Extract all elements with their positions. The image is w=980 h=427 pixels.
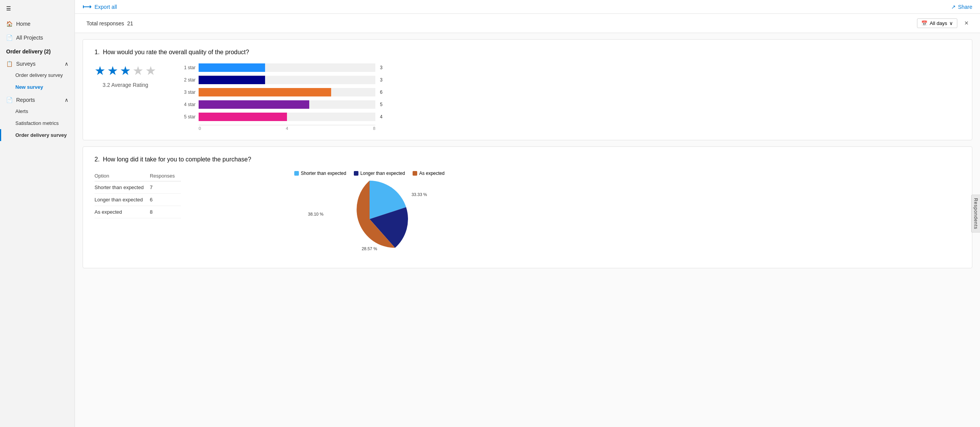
sidebar-reports-section[interactable]: 📄 Reports ∧ xyxy=(0,95,75,105)
bar-row-5star: 5 star 4 xyxy=(179,113,395,121)
home-icon: 🏠 xyxy=(6,21,12,27)
sidebar-item-new-survey[interactable]: New survey xyxy=(0,81,75,93)
share-label: Share xyxy=(958,4,972,10)
table-row-asexpected: As expected 8 xyxy=(95,206,181,218)
q2-options-table: Option Responses Shorter than expected 7… xyxy=(95,171,202,218)
question-2-card: 2. How long did it take for you to compl… xyxy=(83,146,972,268)
star-3: ★ xyxy=(120,63,131,78)
export-icon: ⟼ xyxy=(83,3,91,10)
calendar-icon: 📅 xyxy=(921,20,927,26)
option-asexpected: As expected xyxy=(95,206,150,218)
bar-row-1star: 1 star 3 xyxy=(179,63,395,72)
surveys-label: Surveys xyxy=(16,61,36,67)
reports-icon: 📄 xyxy=(6,97,12,103)
legend-dot-longer xyxy=(354,171,358,176)
sidebar-section-order-delivery: Order delivery (2) xyxy=(0,45,75,58)
star-5: ★ xyxy=(145,63,156,78)
sidebar-item-alerts[interactable]: Alerts xyxy=(0,105,75,117)
question-1-content: ★ ★ ★ ★ ★ 3.2 Average Rating 1 star xyxy=(95,63,960,131)
total-responses: Total responses 21 xyxy=(86,20,133,27)
pie-chart-q2: Shorter than expected Longer than expect… xyxy=(294,171,444,259)
bar-fill-1star xyxy=(199,63,265,72)
legend-dot-asexpected xyxy=(413,171,417,176)
star-rating: ★ ★ ★ ★ ★ xyxy=(95,63,156,78)
sidebar-surveys-section[interactable]: 📋 Surveys ∧ xyxy=(0,58,75,69)
percent-label-longer: 28.57 % xyxy=(361,246,377,251)
percent-label-shorter: 33.33 % xyxy=(411,192,427,197)
sidebar-item-report-order-delivery[interactable]: Order delivery survey xyxy=(0,129,75,141)
question-1-title: 1. How would you rate the overall qualit… xyxy=(95,49,960,56)
legend-longer: Longer than expected xyxy=(354,171,405,176)
sidebar-projects-label: All Projects xyxy=(16,35,43,41)
sidebar-item-satisfaction-metrics[interactable]: Satisfaction metrics xyxy=(0,117,75,129)
bar-fill-4star xyxy=(199,100,309,109)
bar-fill-3star xyxy=(199,88,331,96)
rating-display: ★ ★ ★ ★ ★ 3.2 Average Rating xyxy=(95,63,156,88)
surveys-icon: 📋 xyxy=(6,61,12,67)
sidebar-home-label: Home xyxy=(16,21,30,27)
share-icon: ↗ xyxy=(951,4,956,10)
dropdown-icon: ∨ xyxy=(949,20,953,26)
main-content: ⟼ Export all ↗ Share Total responses 21 … xyxy=(75,0,980,427)
col-header-option: Option xyxy=(95,171,150,181)
bar-fill-2star xyxy=(199,76,265,84)
days-filter[interactable]: 📅 All days ∨ xyxy=(917,18,958,28)
star-4: ★ xyxy=(133,63,144,78)
reports-expand-icon: ∧ xyxy=(65,97,68,103)
table-row-shorter: Shorter than expected 7 xyxy=(95,181,181,194)
content-header: Total responses 21 📅 All days ∨ × xyxy=(75,14,980,33)
bar-fill-5star xyxy=(199,113,287,121)
toolbar: ⟼ Export all ↗ Share xyxy=(75,0,980,14)
respondents-tab[interactable]: Respondents xyxy=(971,194,980,233)
legend-shorter: Shorter than expected xyxy=(294,171,346,176)
responses-asexpected: 8 xyxy=(150,206,181,218)
hamburger-menu[interactable]: ☰ xyxy=(0,0,75,17)
table-row-longer: Longer than expected 6 xyxy=(95,194,181,206)
sidebar-item-all-projects[interactable]: 📄 All Projects xyxy=(0,31,75,45)
bar-row-2star: 2 star 3 xyxy=(179,76,395,84)
option-longer: Longer than expected xyxy=(95,194,150,206)
col-header-responses: Responses xyxy=(150,171,181,181)
reports-label: Reports xyxy=(16,97,35,103)
legend-asexpected: As expected xyxy=(413,171,444,176)
star-2: ★ xyxy=(107,63,118,78)
star-1: ★ xyxy=(95,63,106,78)
days-filter-label: All days xyxy=(930,20,947,26)
sidebar-item-home[interactable]: 🏠 Home xyxy=(0,17,75,31)
bar-row-3star: 3 star 6 xyxy=(179,88,395,96)
pie-legend: Shorter than expected Longer than expect… xyxy=(294,171,444,176)
collapse-button[interactable]: × xyxy=(964,19,968,27)
question-1-card: 1. How would you rate the overall qualit… xyxy=(83,39,972,140)
option-shorter: Shorter than expected xyxy=(95,181,150,194)
question-2-title: 2. How long did it take for you to compl… xyxy=(95,156,960,163)
percent-label-asexpected: 38.10 % xyxy=(308,212,323,216)
sidebar: ☰ 🏠 Home 📄 All Projects Order delivery (… xyxy=(0,0,75,427)
responses-shorter: 7 xyxy=(150,181,181,194)
section-title-label: Order delivery (2) xyxy=(6,48,51,55)
bar-row-4star: 4 star 5 xyxy=(179,100,395,109)
question-2-content: Option Responses Shorter than expected 7… xyxy=(95,171,960,259)
sidebar-item-order-delivery-survey[interactable]: Order delivery survey xyxy=(0,69,75,81)
export-button[interactable]: ⟼ Export all xyxy=(83,3,117,10)
export-label: Export all xyxy=(95,4,117,10)
bar-chart-q1: 1 star 3 2 star 3 3 star xyxy=(179,63,395,131)
projects-icon: 📄 xyxy=(6,35,12,41)
share-button[interactable]: ↗ Share xyxy=(951,4,972,10)
average-rating-label: 3.2 Average Rating xyxy=(103,82,148,88)
survey-results: 1. How would you rate the overall qualit… xyxy=(75,33,980,427)
hamburger-icon: ☰ xyxy=(6,5,11,12)
surveys-expand-icon: ∧ xyxy=(65,61,68,67)
bar-axis: 0 4 8 xyxy=(199,125,375,131)
pie-svg-wrapper: 33.33 % 28.57 % 38.10 % xyxy=(331,181,408,259)
responses-longer: 6 xyxy=(150,194,181,206)
pie-svg xyxy=(331,181,408,258)
legend-dot-shorter xyxy=(294,171,299,176)
